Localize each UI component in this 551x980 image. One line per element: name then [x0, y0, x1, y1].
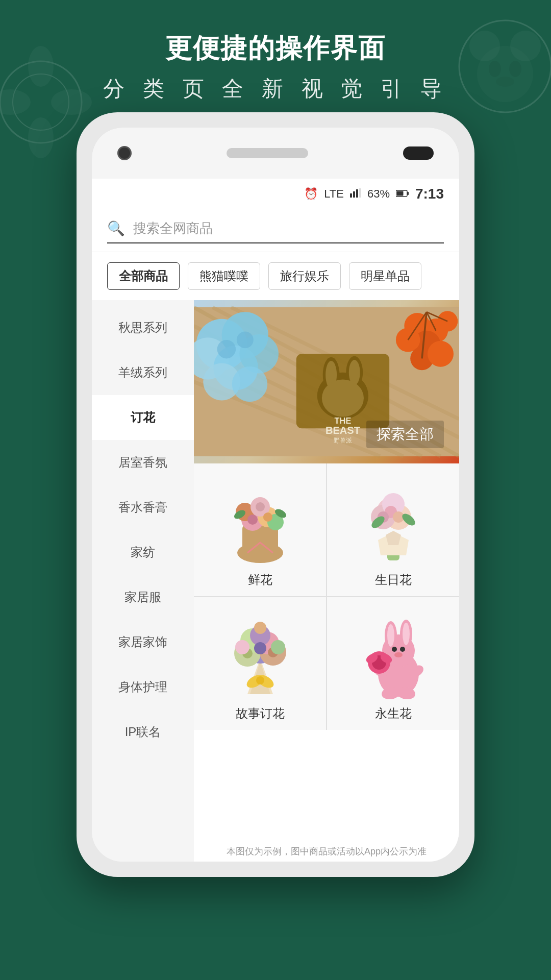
product-image-2 — [209, 607, 311, 699]
phone-top — [92, 128, 459, 179]
speaker — [227, 148, 308, 158]
product-image-3 — [342, 607, 444, 699]
search-container: 🔍 搜索全网商品 — [92, 209, 459, 252]
sidebar-item-9[interactable]: IP联名 — [92, 709, 194, 754]
svg-text:BEAST: BEAST — [325, 425, 361, 436]
svg-text:THE: THE — [335, 416, 352, 425]
search-bar[interactable]: 🔍 搜索全网商品 — [107, 219, 444, 237]
tab-star[interactable]: 明星单品 — [349, 262, 421, 290]
svg-point-92 — [235, 640, 249, 654]
disclaimer: 本图仅为示例，图中商品或活动以App内公示为准 — [194, 841, 459, 862]
svg-rect-14 — [353, 191, 355, 198]
tab-all-products[interactable]: 全部商品 — [107, 262, 180, 290]
right-content: THE BEAST 野兽派 探索全部 — [194, 300, 459, 862]
svg-point-102 — [400, 647, 405, 652]
svg-point-94 — [254, 622, 266, 634]
svg-point-93 — [271, 640, 285, 654]
sidebar-item-0[interactable]: 秋思系列 — [92, 305, 194, 350]
product-grid: 鲜花 — [194, 463, 459, 730]
phone-frame: ⏰ LTE 63% 7:13 🔍 搜索全网商品 — [77, 112, 474, 877]
search-underline — [107, 242, 444, 243]
banner-explore-label[interactable]: 探索全部 — [366, 421, 444, 448]
svg-point-100 — [403, 623, 410, 645]
status-bar: ⏰ LTE 63% 7:13 — [92, 179, 459, 209]
tab-panda[interactable]: 熊猫噗噗 — [188, 262, 260, 290]
product-label-1: 生日花 — [375, 572, 412, 588]
signal-icon — [350, 187, 361, 201]
svg-point-34 — [232, 366, 267, 402]
svg-point-43 — [428, 341, 454, 367]
battery-icon — [396, 187, 409, 201]
main-content: 秋思系列 羊绒系列 订花 居室香氛 香水香膏 家纺 家居服 家居家饰 身体护理 … — [92, 300, 459, 862]
svg-rect-16 — [359, 188, 361, 198]
sidebar-item-8[interactable]: 身体护理 — [92, 665, 194, 709]
header-title: 更便捷的操作界面 — [0, 31, 551, 66]
sidebar-item-6[interactable]: 家居服 — [92, 575, 194, 620]
svg-point-99 — [387, 624, 394, 647]
sidebar-item-4[interactable]: 香水香膏 — [92, 485, 194, 530]
time-display: 7:13 — [415, 186, 444, 202]
svg-point-82 — [256, 676, 264, 684]
camera — [117, 146, 132, 160]
svg-point-103 — [394, 652, 403, 657]
svg-rect-19 — [396, 191, 403, 196]
phone-inner: ⏰ LTE 63% 7:13 🔍 搜索全网商品 — [92, 128, 459, 862]
sidebar-item-5[interactable]: 家纺 — [92, 530, 194, 575]
search-icon: 🔍 — [107, 220, 125, 237]
product-image-0 — [209, 474, 311, 566]
alarm-icon: ⏰ — [304, 187, 318, 201]
svg-rect-18 — [407, 192, 409, 195]
sidebar-item-2[interactable]: 订花 — [92, 395, 194, 440]
sidebar-item-7[interactable]: 家居家饰 — [92, 620, 194, 665]
battery-percent: 63% — [367, 187, 390, 201]
product-cell-0[interactable]: 鲜花 — [194, 463, 326, 596]
svg-rect-13 — [350, 193, 352, 198]
category-tabs: 全部商品 熊猫噗噗 旅行娱乐 明星单品 — [92, 252, 459, 300]
svg-point-54 — [322, 379, 364, 416]
product-label-2: 故事订花 — [236, 705, 285, 722]
svg-point-35 — [217, 340, 236, 358]
svg-point-65 — [247, 514, 258, 525]
product-image-1 — [342, 474, 444, 566]
product-label-3: 永生花 — [375, 705, 412, 722]
tab-travel[interactable]: 旅行娱乐 — [268, 262, 341, 290]
svg-rect-15 — [356, 189, 358, 198]
sidebar-item-1[interactable]: 羊绒系列 — [92, 350, 194, 395]
svg-point-101 — [392, 647, 397, 652]
header-section: 更便捷的操作界面 分 类 页 全 新 视 觉 引 导 — [0, 31, 551, 103]
svg-point-36 — [237, 331, 254, 348]
svg-point-3 — [28, 117, 54, 158]
product-cell-1[interactable]: 生日花 — [327, 463, 459, 596]
product-cell-3[interactable]: 永生花 — [327, 597, 459, 730]
search-placeholder: 搜索全网商品 — [133, 219, 213, 237]
svg-point-89 — [254, 642, 266, 654]
svg-text:野兽派: 野兽派 — [334, 437, 352, 444]
header-subtitle: 分 类 页 全 新 视 觉 引 导 — [0, 75, 551, 103]
product-label-0: 鲜花 — [248, 572, 272, 588]
face-sensor — [403, 146, 434, 160]
product-cell-2[interactable]: 故事订花 — [194, 597, 326, 730]
phone-screen: ⏰ LTE 63% 7:13 🔍 搜索全网商品 — [92, 179, 459, 862]
banner[interactable]: THE BEAST 野兽派 探索全部 — [194, 300, 459, 463]
sidebar: 秋思系列 羊绒系列 订花 居室香氛 香水香膏 家纺 家居服 家居家饰 身体护理 … — [92, 300, 194, 862]
signal-label: LTE — [324, 187, 344, 201]
svg-point-67 — [256, 502, 265, 511]
sidebar-item-3[interactable]: 居室香氛 — [92, 440, 194, 485]
svg-point-66 — [263, 512, 272, 522]
